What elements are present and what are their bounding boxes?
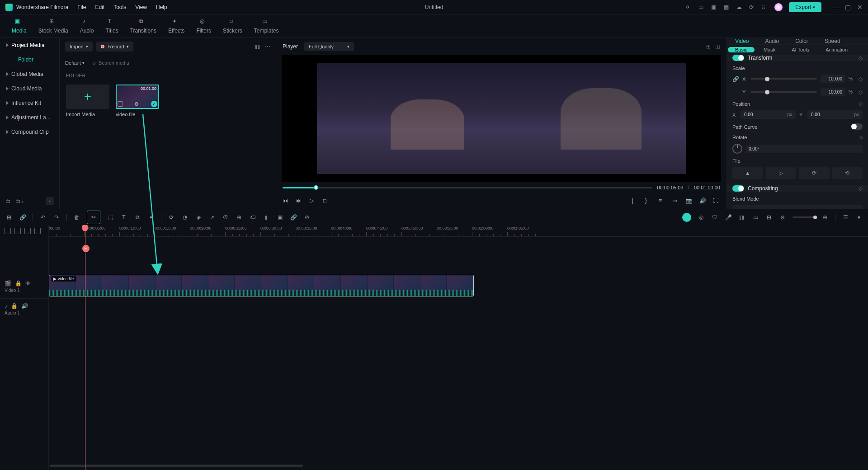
video-clip[interactable]: ▶video file — [49, 275, 474, 296]
minimize-button[interactable]: — — [832, 4, 839, 11]
cut-marker[interactable]: ✂ — [82, 245, 90, 252]
video-thumb[interactable]: 00:01:00 ⚙ ✓ video file — [116, 85, 159, 117]
color-icon[interactable]: ◔ — [181, 214, 189, 221]
split-button[interactable]: ✂ — [87, 211, 100, 224]
zoom-slider[interactable] — [793, 216, 815, 218]
stop-icon[interactable]: □ — [323, 197, 330, 205]
volume-icon[interactable]: 🔊 — [699, 197, 707, 205]
tree-influence-kit[interactable]: Influence Kit — [0, 96, 59, 110]
mic-icon[interactable]: 🎤 — [725, 214, 732, 221]
subtab-ai[interactable]: AI Tools — [784, 47, 816, 52]
render-icon[interactable]: ▭ — [752, 214, 759, 221]
magnet-icon[interactable]: ⊞ — [5, 214, 13, 221]
record-vo-icon[interactable]: ◎ — [698, 214, 705, 221]
menu-tools[interactable]: Tools — [113, 4, 126, 10]
insp-tab-audio[interactable]: Audio — [757, 38, 787, 44]
audio-track-head[interactable]: ♪🔒🔊 Audio 1 — [0, 298, 48, 319]
track-icon[interactable]: ⫿ — [263, 214, 270, 221]
apps-icon[interactable]: ⁝⁝ — [762, 4, 768, 10]
tree-project-media[interactable]: Project Media — [0, 38, 59, 52]
transform-toggle[interactable] — [732, 55, 744, 61]
rotate-cw-button[interactable]: ⟳ — [799, 167, 830, 179]
export-clip-icon[interactable]: ↗ — [208, 214, 216, 221]
undo-icon[interactable]: ↶ — [39, 214, 47, 221]
tab-effects[interactable]: ✦Effects — [163, 16, 190, 36]
subtab-basic[interactable]: Basic — [728, 47, 755, 52]
snapshot-icon[interactable]: 📷 — [686, 197, 693, 205]
marker-icon[interactable]: 🏷 — [249, 214, 256, 221]
record-button[interactable]: Record▾ — [96, 42, 133, 52]
flip-v-button[interactable]: ▷ — [766, 167, 797, 179]
menu-file[interactable]: File — [77, 4, 86, 10]
flip-h-button[interactable]: ▲ — [732, 167, 763, 179]
scale-x-slider[interactable] — [750, 78, 817, 80]
view-mode-icon[interactable]: ☰ — [842, 214, 849, 221]
insp-tab-video[interactable]: Video — [727, 38, 757, 44]
grid-icon[interactable]: ▦ — [724, 4, 730, 10]
tree-cloud-media[interactable]: Cloud Media — [0, 81, 59, 96]
step-icon[interactable]: ⏭ — [296, 197, 303, 205]
pos-y-input[interactable]: 0.00px — [807, 110, 863, 119]
subtab-mask[interactable]: Mask — [756, 47, 783, 52]
rotate-knob[interactable] — [732, 144, 742, 154]
folder-icon[interactable]: 🗀 — [5, 198, 11, 204]
close-button[interactable]: ✕ — [857, 4, 863, 11]
tab-templates[interactable]: ▭Templates — [249, 16, 284, 36]
link-clip-icon[interactable]: 🔗 — [290, 214, 297, 221]
pos-x-input[interactable]: 0.00px — [741, 110, 796, 119]
color-indicator[interactable] — [682, 213, 691, 222]
compositing-toggle[interactable] — [732, 185, 744, 192]
scale-x-value[interactable]: 100.00 — [821, 75, 845, 83]
prev-frame-icon[interactable]: ⏮ — [283, 197, 290, 205]
timeline-scrollbar[interactable] — [49, 465, 868, 468]
tab-audio[interactable]: ♪Audio — [75, 16, 99, 36]
copy-icon[interactable]: ⧉ — [134, 214, 141, 221]
fullscreen-icon[interactable]: ⛶ — [713, 197, 720, 205]
sort-dropdown[interactable]: Default▾ — [65, 60, 85, 66]
filter-icon[interactable]: ⫿⫿ — [255, 43, 260, 50]
zoom-out-icon[interactable]: ⊖ — [779, 214, 786, 221]
blend-mode-dropdown[interactable]: Normal▾ — [732, 205, 863, 209]
screen-icon[interactable]: ▣ — [711, 4, 717, 10]
subtab-animation[interactable]: Animation — [818, 47, 855, 52]
video-viewport[interactable] — [282, 55, 721, 182]
maximize-button[interactable]: ▢ — [845, 4, 851, 11]
rotate-ccw-button[interactable]: ⟲ — [832, 167, 863, 179]
tree-folder[interactable]: Folder — [0, 52, 59, 67]
keyframe-icon[interactable]: ◇ — [859, 55, 863, 61]
tab-stock-media[interactable]: ⊞Stock Media — [33, 16, 74, 36]
text-icon[interactable]: T — [120, 214, 127, 221]
avatar[interactable] — [774, 3, 783, 11]
keyframe-tool-icon[interactable]: ◈ — [195, 214, 202, 221]
import-media-card[interactable]: + Import Media — [66, 85, 109, 117]
thumb-settings-icon[interactable]: ⚙ — [134, 101, 139, 107]
proxy-icon[interactable]: ⊟ — [765, 214, 773, 221]
list-icon[interactable]: ≡ — [659, 197, 666, 205]
layout-icon[interactable]: ⊞ — [706, 43, 711, 50]
tree-compound[interactable]: Compound Clip — [0, 125, 59, 139]
kf-icon[interactable]: ◇ — [859, 76, 863, 82]
play-icon[interactable]: ▷ — [310, 197, 317, 205]
tab-stickers[interactable]: ☺Stickers — [217, 16, 248, 36]
redo-icon[interactable]: ↷ — [53, 214, 60, 221]
tree-adjustment[interactable]: Adjustment La... — [0, 110, 59, 125]
new-folder-icon[interactable]: 🗀₊ — [15, 198, 24, 204]
search-input[interactable] — [99, 60, 267, 66]
cloud-icon[interactable]: ☁ — [736, 4, 743, 10]
display-icon[interactable]: ▭ — [672, 197, 679, 205]
collapse-sidebar[interactable]: ‹ — [46, 197, 54, 205]
rotate-value[interactable]: 0.00° — [746, 145, 863, 153]
tab-filters[interactable]: ◎Filters — [191, 16, 217, 36]
fit-icon[interactable]: ⊕ — [236, 214, 243, 221]
tl-opt3[interactable] — [24, 228, 31, 234]
scale-y-slider[interactable] — [750, 91, 817, 93]
mixer-icon[interactable]: ⫿⫿ — [738, 214, 745, 221]
unlink-icon[interactable]: ⊘ — [303, 214, 311, 221]
mark-in-icon[interactable]: { — [632, 197, 639, 205]
quality-dropdown[interactable]: Full Quality▾ — [304, 42, 354, 51]
tab-transitions[interactable]: ⧉Transitions — [125, 16, 162, 36]
menu-view[interactable]: View — [135, 4, 147, 10]
timer-icon[interactable]: ⏱ — [222, 214, 229, 221]
link-icon[interactable]: 🔗 — [732, 76, 739, 82]
speed-icon[interactable]: ⟳ — [168, 214, 175, 221]
